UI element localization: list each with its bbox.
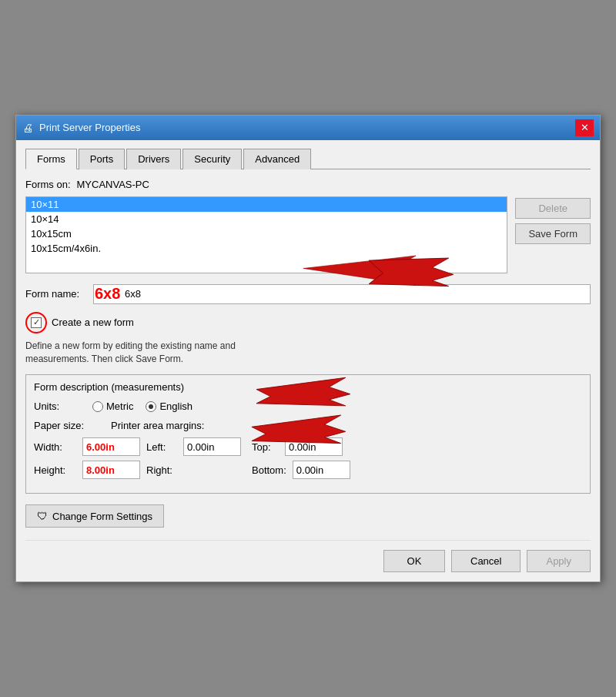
form-description-group: Form description (measurements) Units: M… — [25, 374, 591, 494]
metric-label: Metric — [106, 400, 133, 412]
bottom-label: Bottom: — [252, 464, 286, 476]
define-text: Define a new form by editing the existin… — [25, 340, 591, 366]
list-item[interactable]: 10x15cm/4x6in. — [26, 241, 507, 256]
form-name-label: Form name: — [25, 288, 87, 300]
change-form-button[interactable]: 🛡 Change Form Settings — [25, 504, 164, 528]
tab-bar: Forms Ports Drivers Security Advanced — [25, 148, 591, 169]
form-name-input[interactable] — [93, 284, 591, 304]
top-label: Top: — [252, 441, 279, 453]
shield-icon: 🛡 — [37, 510, 48, 522]
delete-button[interactable]: Delete — [515, 198, 591, 219]
english-radio[interactable] — [146, 401, 156, 412]
change-form-label: Change Form Settings — [52, 511, 152, 522]
window-icon: 🖨 — [22, 122, 35, 134]
create-new-form-row: Create a new form — [25, 312, 591, 333]
height-label: Height: — [34, 464, 76, 476]
units-row: Units: Metric English — [34, 400, 582, 412]
width-input[interactable] — [82, 437, 140, 456]
tab-advanced[interactable]: Advanced — [243, 149, 311, 169]
tab-drivers[interactable]: Drivers — [126, 149, 181, 169]
create-new-form-label: Create a new form — [52, 317, 134, 328]
forms-list-container: 10×11 10×14 10x15cm 10x15cm/4x6in. — [25, 196, 507, 273]
cancel-button[interactable]: Cancel — [451, 550, 521, 572]
main-window: 🖨 Print Server Properties ✕ Forms Ports … — [15, 115, 601, 583]
english-label: English — [159, 400, 192, 412]
right-label: Right: — [146, 464, 177, 476]
paper-size-label: Paper size: — [34, 420, 95, 431]
forms-on-value: MYCANVAS-PC — [77, 179, 149, 190]
window-content: Forms Ports Drivers Security Advanced Fo… — [16, 140, 600, 582]
metric-radio[interactable] — [92, 401, 103, 412]
width-label: Width: — [34, 441, 76, 453]
ok-button[interactable]: OK — [383, 550, 445, 572]
left-label: Left: — [146, 441, 177, 453]
width-row: Width: Left: Top: — [34, 437, 582, 456]
title-bar-left: 🖨 Print Server Properties — [22, 122, 141, 134]
height-input[interactable] — [82, 461, 140, 479]
paper-size-header: Paper size: Printer area margins: — [34, 420, 582, 431]
height-row: Height: Right: Bottom: — [34, 461, 582, 479]
arrows-container: Form name: 6x8 Create a new form Define … — [25, 284, 591, 528]
top-input[interactable] — [285, 437, 343, 456]
units-label: Units: — [34, 400, 80, 412]
forms-on-row: Forms on: MYCANVAS-PC — [25, 179, 591, 190]
tab-ports[interactable]: Ports — [79, 149, 125, 169]
printer-area-label: Printer area margins: — [111, 420, 204, 431]
bottom-input[interactable] — [293, 461, 350, 479]
create-new-form-checkbox[interactable] — [31, 317, 42, 328]
apply-button[interactable]: Apply — [527, 550, 591, 572]
window-title: Print Server Properties — [39, 122, 141, 133]
forms-list[interactable]: 10×11 10×14 10x15cm 10x15cm/4x6in. — [25, 196, 507, 273]
radio-english[interactable]: English — [146, 400, 192, 412]
list-item[interactable]: 10x15cm — [26, 226, 507, 241]
tab-security[interactable]: Security — [182, 149, 242, 169]
tab-forms[interactable]: Forms — [25, 149, 77, 169]
radio-metric[interactable]: Metric — [92, 400, 133, 412]
bottom-buttons: OK Cancel Apply — [25, 540, 591, 572]
save-form-button[interactable]: Save Form — [515, 223, 591, 244]
forms-section: 10×11 10×14 10x15cm 10x15cm/4x6in. Delet… — [25, 196, 591, 273]
checkbox-circle-highlight — [25, 312, 47, 333]
left-input[interactable] — [183, 437, 241, 456]
form-name-row: Form name: 6x8 — [25, 284, 591, 304]
list-item[interactable]: 10×11 — [26, 197, 507, 212]
forms-buttons: Delete Save Form — [515, 196, 591, 273]
forms-on-label: Forms on: — [25, 179, 71, 190]
close-button[interactable]: ✕ — [575, 119, 594, 136]
title-bar: 🖨 Print Server Properties ✕ — [16, 116, 600, 140]
form-description-title: Form description (measurements) — [34, 381, 582, 393]
form-name-display: 6x8 — [95, 285, 120, 303]
list-item[interactable]: 10×14 — [26, 212, 507, 226]
